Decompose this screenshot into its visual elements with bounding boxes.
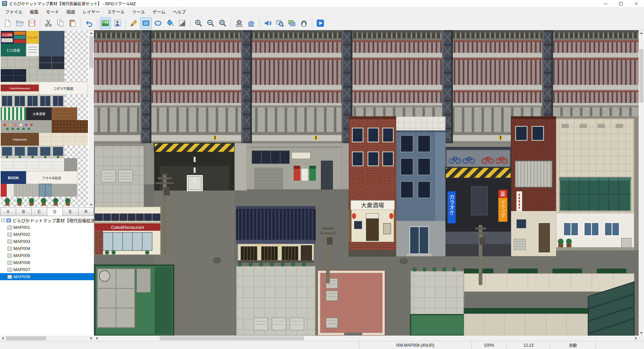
resource-manager-icon	[287, 19, 296, 28]
character-generator-button[interactable]	[298, 17, 310, 29]
canvas-hscrollbar[interactable]	[94, 336, 639, 341]
canvas-vscroll-track[interactable]	[639, 36, 644, 330]
tree-scroll-right[interactable]	[89, 336, 94, 341]
menu-file[interactable]: ファイル	[1, 7, 26, 16]
toolbar-separator	[231, 18, 231, 28]
close-button[interactable]	[629, 0, 644, 7]
undo-icon	[85, 19, 93, 28]
palette-tab-d[interactable]: D	[47, 207, 63, 216]
map-tree-item-map006[interactable]: MAP006	[0, 259, 94, 266]
canvas-scroll-down[interactable]	[639, 330, 644, 336]
status-mode: 自動	[550, 341, 595, 349]
tile-cursor[interactable]	[187, 175, 203, 191]
pencil-tool-icon	[129, 19, 138, 28]
map-tree-item-map002[interactable]: MAP002	[0, 231, 94, 238]
paste-button[interactable]	[67, 17, 78, 29]
event-mode-button[interactable]	[112, 17, 123, 29]
canvas-scroll-right[interactable]	[633, 336, 639, 341]
manhole	[213, 257, 221, 263]
map-tree-item-map004[interactable]: MAP004	[0, 245, 94, 252]
canvas-scroll-up[interactable]	[639, 30, 644, 36]
maximize-button[interactable]	[613, 0, 629, 7]
menu-layer[interactable]: レイヤー	[79, 7, 104, 16]
flood-fill-tool-button[interactable]	[164, 17, 176, 29]
canvas-hscroll-thumb[interactable]	[160, 336, 304, 340]
status-map-info: 008:MAP008 (40x30)	[359, 341, 471, 349]
tree-scroll-track[interactable]	[5, 336, 89, 341]
undo-button[interactable]	[83, 17, 95, 29]
map-icon	[7, 261, 12, 265]
zoom-in-icon	[194, 19, 203, 28]
tree-scrollbar[interactable]	[0, 336, 94, 341]
canvas-scroll-left[interactable]	[94, 336, 99, 341]
paste-icon	[68, 19, 77, 28]
ellipse-tool-button[interactable]	[152, 17, 164, 29]
play-test-button[interactable]	[315, 17, 326, 29]
palette-scrollbar[interactable]	[89, 30, 94, 207]
main-area: 広告募集 カラオケ 仁川会館	[0, 30, 644, 341]
map-tree-item-map005[interactable]: MAP005	[0, 252, 94, 259]
copy-button[interactable]	[55, 17, 66, 29]
map-canvas[interactable]: Cafe&Restaurant	[94, 30, 639, 336]
map-tree-item-map007[interactable]: MAP007	[0, 266, 94, 273]
status-zoom: 100%	[471, 341, 506, 349]
map-tree-item-map003[interactable]: MAP003	[0, 238, 94, 245]
zoom-actual-button[interactable]	[217, 17, 228, 29]
palette-scroll-thumb[interactable]	[89, 36, 93, 68]
tree-scroll-left[interactable]	[0, 336, 5, 341]
map-icon	[7, 233, 12, 237]
roller-shutter	[515, 161, 552, 187]
menu-tools[interactable]: ツール	[128, 7, 149, 16]
expand-collapse-box[interactable]: −	[1, 218, 5, 222]
open-project-button[interactable]	[14, 17, 25, 29]
resource-manager-button[interactable]	[286, 17, 298, 29]
map-label: MAP001	[13, 225, 30, 230]
menu-draw[interactable]: 描画	[63, 7, 79, 16]
palette-tab-r[interactable]: R	[78, 207, 94, 216]
menu-scale[interactable]: スケール	[104, 7, 128, 16]
menu-help[interactable]: ヘルプ	[169, 7, 190, 16]
database-button[interactable]	[233, 17, 245, 29]
zoom-out-button[interactable]	[205, 17, 216, 29]
palette-tab-a[interactable]: A	[0, 207, 16, 216]
palette-tab-c[interactable]: C	[32, 207, 47, 216]
hedge-wall-lower	[464, 308, 588, 336]
status-bar: 008:MAP008 (40x30) 100% 12,13 自動	[0, 341, 644, 349]
map-tree-item-map008[interactable]: MAP008	[0, 273, 94, 280]
sound-test-button[interactable]	[262, 17, 273, 29]
palette-tab-e[interactable]: E	[63, 207, 78, 216]
title-bar: どらぴかドットマップ素材【現代街編拡張セット】 - RPGツクールMZ	[0, 0, 644, 7]
new-project-button[interactable]	[2, 17, 13, 29]
cut-button[interactable]	[43, 17, 54, 29]
rectangle-tool-button[interactable]	[140, 17, 152, 29]
map-tree-item-map001[interactable]: MAP001	[0, 224, 94, 231]
map-icon	[7, 275, 12, 279]
sound-test-icon	[263, 19, 272, 28]
palette-scroll-track[interactable]	[89, 36, 94, 202]
toolbar-separator	[190, 18, 191, 28]
pencil-tool-button[interactable]	[128, 17, 140, 29]
palette-scroll-up[interactable]	[89, 30, 94, 36]
map-tree-root[interactable]: − どらぴかドットマップ素材【現代街編拡張セット】	[0, 217, 94, 224]
menu-mode[interactable]: モード	[42, 7, 63, 16]
palette-tab-b[interactable]: B	[16, 207, 32, 216]
canvas-vscrollbar[interactable]	[639, 30, 644, 336]
toolbar	[0, 16, 644, 30]
tileset-palette[interactable]: 広告募集 カラオケ 仁川会館	[0, 30, 89, 207]
building-beige-tiled	[556, 116, 634, 213]
save-project-button[interactable]	[26, 17, 38, 29]
minimize-button[interactable]	[598, 0, 613, 7]
plugin-manager-button[interactable]	[246, 17, 257, 29]
canvas-vscroll-thumb[interactable]	[639, 49, 643, 103]
map-mode-button[interactable]	[100, 17, 111, 29]
canvas-hscroll-track[interactable]	[99, 336, 633, 341]
plaza-tiled	[236, 262, 315, 336]
event-searcher-button[interactable]	[274, 17, 285, 29]
menu-game[interactable]: ゲーム	[149, 7, 169, 16]
palette-scroll-down[interactable]	[89, 202, 94, 207]
shadow-pen-tool-button[interactable]	[176, 17, 188, 29]
tree-scroll-thumb[interactable]	[6, 336, 46, 340]
map-label: MAP008	[13, 274, 30, 279]
zoom-in-button[interactable]	[193, 17, 204, 29]
menu-edit[interactable]: 編集	[26, 7, 42, 16]
